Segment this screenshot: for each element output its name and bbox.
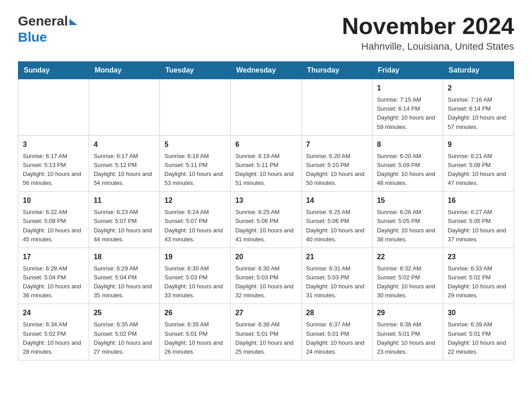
calendar-cell: 3Sunrise: 6:17 AM Sunset: 5:13 PM Daylig… — [18, 135, 89, 192]
calendar-cell: 12Sunrise: 6:24 AM Sunset: 5:07 PM Dayli… — [160, 192, 231, 248]
day-number: 22 — [377, 252, 438, 262]
day-number: 5 — [164, 139, 226, 150]
header: General Blue November 2024 Hahnville, Lo… — [18, 13, 514, 52]
day-number: 26 — [164, 308, 226, 318]
calendar-cell: 10Sunrise: 6:22 AM Sunset: 5:08 PM Dayli… — [18, 192, 89, 248]
day-number: 17 — [23, 252, 84, 262]
day-info: Sunrise: 6:33 AM Sunset: 5:02 PM Dayligh… — [448, 264, 509, 300]
calendar-cell: 26Sunrise: 6:35 AM Sunset: 5:01 PM Dayli… — [160, 304, 231, 360]
calendar-cell: 9Sunrise: 6:21 AM Sunset: 5:09 PM Daylig… — [443, 135, 514, 192]
calendar-cell: 18Sunrise: 6:29 AM Sunset: 5:04 PM Dayli… — [89, 248, 160, 304]
calendar-week-row: 1Sunrise: 7:15 AM Sunset: 6:14 PM Daylig… — [18, 79, 514, 136]
calendar-cell: 24Sunrise: 6:34 AM Sunset: 5:02 PM Dayli… — [18, 304, 89, 360]
day-info: Sunrise: 6:23 AM Sunset: 5:07 PM Dayligh… — [94, 208, 155, 244]
day-number: 18 — [94, 252, 155, 262]
calendar-cell: 14Sunrise: 6:25 AM Sunset: 5:06 PM Dayli… — [301, 192, 372, 248]
day-number: 9 — [448, 139, 509, 150]
logo-general-text: General — [18, 13, 68, 29]
day-info: Sunrise: 6:21 AM Sunset: 5:09 PM Dayligh… — [448, 152, 509, 188]
day-info: Sunrise: 6:22 AM Sunset: 5:08 PM Dayligh… — [23, 208, 84, 244]
day-info: Sunrise: 6:25 AM Sunset: 5:06 PM Dayligh… — [306, 208, 368, 244]
day-info: Sunrise: 6:17 AM Sunset: 5:12 PM Dayligh… — [94, 152, 155, 188]
day-number: 12 — [164, 195, 226, 206]
calendar-cell: 2Sunrise: 7:16 AM Sunset: 6:14 PM Daylig… — [443, 79, 514, 136]
day-number: 21 — [306, 252, 368, 262]
calendar-cell — [301, 79, 372, 136]
day-info: Sunrise: 6:28 AM Sunset: 5:04 PM Dayligh… — [23, 264, 84, 300]
day-info: Sunrise: 6:19 AM Sunset: 5:11 PM Dayligh… — [235, 152, 296, 188]
calendar-cell: 7Sunrise: 6:20 AM Sunset: 5:10 PM Daylig… — [301, 135, 372, 192]
day-number: 30 — [448, 308, 509, 318]
logo-arrow-icon — [69, 19, 77, 25]
calendar-cell: 5Sunrise: 6:18 AM Sunset: 5:11 PM Daylig… — [160, 135, 231, 192]
calendar-cell: 28Sunrise: 6:37 AM Sunset: 5:01 PM Dayli… — [301, 304, 372, 360]
day-number: 10 — [23, 195, 84, 206]
calendar-cell: 29Sunrise: 6:38 AM Sunset: 5:01 PM Dayli… — [372, 304, 443, 360]
calendar-cell: 22Sunrise: 6:32 AM Sunset: 5:02 PM Dayli… — [372, 248, 443, 304]
day-number: 7 — [306, 139, 368, 150]
calendar-week-row: 17Sunrise: 6:28 AM Sunset: 5:04 PM Dayli… — [18, 248, 514, 304]
calendar-cell: 8Sunrise: 6:20 AM Sunset: 5:09 PM Daylig… — [372, 135, 443, 192]
calendar-cell: 11Sunrise: 6:23 AM Sunset: 5:07 PM Dayli… — [89, 192, 160, 248]
calendar-week-row: 24Sunrise: 6:34 AM Sunset: 5:02 PM Dayli… — [18, 304, 514, 360]
day-info: Sunrise: 6:37 AM Sunset: 5:01 PM Dayligh… — [306, 320, 368, 356]
day-info: Sunrise: 6:24 AM Sunset: 5:07 PM Dayligh… — [164, 208, 226, 244]
day-number: 1 — [377, 83, 438, 94]
weekday-header-sunday: Sunday — [18, 62, 89, 79]
weekday-header-monday: Monday — [89, 62, 160, 79]
calendar-cell: 15Sunrise: 6:26 AM Sunset: 5:05 PM Dayli… — [372, 192, 443, 248]
logo: General Blue — [18, 13, 77, 45]
day-number: 28 — [306, 308, 368, 318]
calendar-cell: 25Sunrise: 6:35 AM Sunset: 5:02 PM Dayli… — [89, 304, 160, 360]
day-info: Sunrise: 6:30 AM Sunset: 5:03 PM Dayligh… — [164, 264, 226, 300]
day-info: Sunrise: 6:26 AM Sunset: 5:05 PM Dayligh… — [377, 208, 438, 244]
day-info: Sunrise: 6:27 AM Sunset: 5:05 PM Dayligh… — [448, 208, 509, 244]
day-number: 16 — [448, 195, 509, 206]
calendar-cell: 21Sunrise: 6:31 AM Sunset: 5:03 PM Dayli… — [301, 248, 372, 304]
calendar-table: SundayMondayTuesdayWednesdayThursdayFrid… — [18, 61, 514, 360]
weekday-header-thursday: Thursday — [301, 62, 372, 79]
day-number: 23 — [448, 252, 509, 262]
day-info: Sunrise: 6:25 AM Sunset: 5:06 PM Dayligh… — [235, 208, 296, 244]
day-number: 14 — [306, 195, 368, 206]
calendar-cell: 4Sunrise: 6:17 AM Sunset: 5:12 PM Daylig… — [89, 135, 160, 192]
calendar-cell: 17Sunrise: 6:28 AM Sunset: 5:04 PM Dayli… — [18, 248, 89, 304]
day-number: 2 — [448, 83, 509, 94]
day-info: Sunrise: 6:39 AM Sunset: 5:01 PM Dayligh… — [448, 320, 509, 356]
calendar-cell — [89, 79, 160, 136]
day-number: 4 — [94, 139, 155, 150]
day-info: Sunrise: 6:35 AM Sunset: 5:01 PM Dayligh… — [164, 320, 226, 356]
day-number: 25 — [94, 308, 155, 318]
calendar-cell — [231, 79, 301, 136]
day-info: Sunrise: 6:17 AM Sunset: 5:13 PM Dayligh… — [23, 152, 84, 188]
day-info: Sunrise: 6:32 AM Sunset: 5:02 PM Dayligh… — [377, 264, 438, 300]
day-info: Sunrise: 6:35 AM Sunset: 5:02 PM Dayligh… — [94, 320, 155, 356]
day-info: Sunrise: 7:16 AM Sunset: 6:14 PM Dayligh… — [448, 95, 509, 132]
day-number: 8 — [377, 139, 438, 150]
calendar-cell: 23Sunrise: 6:33 AM Sunset: 5:02 PM Dayli… — [443, 248, 514, 304]
day-number: 6 — [235, 139, 296, 150]
day-number: 15 — [377, 195, 438, 206]
calendar-cell — [160, 79, 231, 136]
weekday-header-saturday: Saturday — [443, 62, 514, 79]
calendar-cell: 20Sunrise: 6:30 AM Sunset: 5:03 PM Dayli… — [231, 248, 301, 304]
day-info: Sunrise: 6:36 AM Sunset: 5:01 PM Dayligh… — [235, 320, 296, 356]
title-area: November 2024 Hahnville, Louisiana, Unit… — [342, 13, 514, 52]
logo-blue-text: Blue — [18, 30, 47, 45]
month-year-title: November 2024 — [342, 13, 514, 39]
day-info: Sunrise: 6:20 AM Sunset: 5:09 PM Dayligh… — [377, 152, 438, 188]
day-number: 13 — [235, 195, 296, 206]
day-info: Sunrise: 6:38 AM Sunset: 5:01 PM Dayligh… — [377, 320, 438, 356]
calendar-cell — [18, 79, 89, 136]
calendar-cell: 27Sunrise: 6:36 AM Sunset: 5:01 PM Dayli… — [231, 304, 301, 360]
calendar-cell: 13Sunrise: 6:25 AM Sunset: 5:06 PM Dayli… — [231, 192, 301, 248]
calendar-cell: 16Sunrise: 6:27 AM Sunset: 5:05 PM Dayli… — [443, 192, 514, 248]
day-number: 3 — [23, 139, 84, 150]
weekday-header-wednesday: Wednesday — [231, 62, 301, 79]
calendar-cell: 19Sunrise: 6:30 AM Sunset: 5:03 PM Dayli… — [160, 248, 231, 304]
day-number: 27 — [235, 308, 296, 318]
day-info: Sunrise: 6:34 AM Sunset: 5:02 PM Dayligh… — [23, 320, 84, 356]
day-info: Sunrise: 6:31 AM Sunset: 5:03 PM Dayligh… — [306, 264, 368, 300]
calendar-header-row: SundayMondayTuesdayWednesdayThursdayFrid… — [18, 62, 514, 79]
day-number: 20 — [235, 252, 296, 262]
